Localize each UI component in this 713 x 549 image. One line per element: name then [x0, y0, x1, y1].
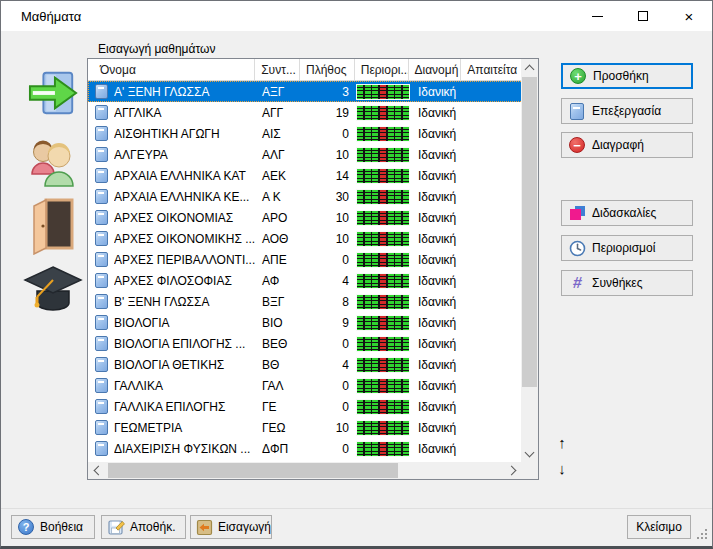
- course-distribution: Ιδανική: [410, 358, 463, 372]
- table-row[interactable]: ΑΛΓΕΥΡΑ ΑΛΓ 10 Ιδανική: [88, 144, 523, 165]
- course-restrictions-cell: [356, 399, 410, 415]
- table-row[interactable]: Α' ΞΕΝΗ ΓΛΩΣΣΑ ΑΞΓ 3 Ιδανική: [88, 81, 523, 102]
- scroll-right-button[interactable]: [504, 462, 521, 479]
- course-abbr: ΑΛΓ: [256, 148, 301, 162]
- table-row[interactable]: ΓΑΛΛΙΚΑ ΓΑΛ 0 Ιδανική: [88, 375, 523, 396]
- table-row[interactable]: ΑΡΧΕΣ ΟΙΚΟΝΟΜΙΑΣ ΑΡΟ 10 Ιδανική: [88, 207, 523, 228]
- move-down-button[interactable]: ↓: [551, 457, 573, 479]
- course-name: ΔΙΑΧΕΙΡΙΣΗ ΦΥΣΙΚΩΝ ...: [114, 442, 256, 456]
- sidebar-item-classes[interactable]: [23, 265, 83, 315]
- vertical-scrollbar[interactable]: [521, 59, 538, 462]
- course-name: ΒΙΟΛΟΓΙΑ ΕΠΙΛΟΓΗΣ ...: [114, 337, 256, 351]
- restrictions-grid-icon: [356, 336, 410, 352]
- scroll-left-button[interactable]: [88, 462, 105, 479]
- edit-button-label: Επεξεργασία: [592, 104, 661, 118]
- column-header-distribution[interactable]: Διανομή: [409, 59, 462, 80]
- course-restrictions-cell: [356, 441, 410, 457]
- course-count: 0: [301, 127, 356, 141]
- course-count: 0: [301, 253, 356, 267]
- close-dialog-button[interactable]: Κλείσιμο: [627, 515, 691, 539]
- horizontal-scrollbar[interactable]: [88, 462, 521, 479]
- table-row[interactable]: Β' ΞΕΝΗ ΓΛΩΣΣΑ ΒΞΓ 8 Ιδανική: [88, 291, 523, 312]
- course-count: 19: [301, 106, 356, 120]
- save-button-label: Αποθήκ.: [130, 520, 175, 534]
- restrictions-grid-icon: [356, 441, 410, 457]
- sidebar-item-teachers[interactable]: [27, 134, 79, 188]
- scroll-down-button[interactable]: [521, 445, 538, 462]
- course-abbr: ΔΦΠ: [256, 442, 301, 456]
- column-header-abbr[interactable]: Συντ...: [255, 59, 300, 80]
- table-row[interactable]: ΔΙΑΧΕΙΡΙΣΗ ΦΥΣΙΚΩΝ ... ΔΦΠ 0 Ιδανική: [88, 438, 523, 459]
- people-icon: [27, 134, 79, 188]
- sidebar-item-rooms[interactable]: [32, 197, 74, 255]
- help-button[interactable]: ? Βοήθεια: [11, 515, 95, 539]
- course-book-icon: [88, 273, 114, 288]
- course-restrictions-cell: [356, 273, 410, 289]
- table-row[interactable]: ΑΙΣΘΗΤΙΚΗ ΑΓΩΓΗ ΑΙΣ 0 Ιδανική: [88, 123, 523, 144]
- move-up-button[interactable]: ↑: [551, 431, 573, 453]
- course-abbr: Α Κ: [256, 190, 301, 204]
- table-row[interactable]: ΑΓΓΛΙΚΑ ΑΓΓ 19 Ιδανική: [88, 102, 523, 123]
- import-button[interactable]: Εισαγωγή: [190, 515, 272, 539]
- table-row[interactable]: ΒΙΟΛΟΓΙΑ ΘΕΤΙΚΗΣ ΒΘ 4 Ιδανική: [88, 354, 523, 375]
- course-distribution: Ιδανική: [410, 190, 463, 204]
- column-header-count[interactable]: Πλήθος: [300, 59, 355, 80]
- close-icon: ×: [685, 9, 694, 24]
- course-distribution: Ιδανική: [410, 253, 463, 267]
- table-row[interactable]: ΑΡΧΑΙΑ ΕΛΛΗΝΙΚΑ ΚΕ... Α Κ 30 Ιδανική: [88, 186, 523, 207]
- conditions-button[interactable]: # Συνθήκες: [561, 270, 693, 296]
- restrictions-grid-icon: [356, 147, 410, 163]
- course-name: ΑΡΧΑΙΑ ΕΛΛΗΝΙΚΑ ΚΑΤ: [114, 169, 256, 183]
- edit-book-icon: [570, 103, 584, 120]
- table-row[interactable]: ΑΡΧΑΙΑ ΕΛΛΗΝΙΚΑ ΚΑΤ ΑΕΚ 14 Ιδανική: [88, 165, 523, 186]
- delete-button[interactable]: − Διαγραφή: [561, 132, 693, 158]
- course-distribution: Ιδανική: [410, 421, 463, 435]
- save-button[interactable]: Αποθήκ.: [101, 515, 186, 539]
- course-restrictions-cell: [356, 147, 410, 163]
- course-book-icon: [88, 210, 114, 225]
- conditions-button-label: Συνθήκες: [592, 276, 642, 290]
- teachings-button[interactable]: Διδασκαλίες: [561, 200, 693, 226]
- horizontal-scroll-thumb[interactable]: [108, 463, 398, 478]
- sidebar-item-courses[interactable]: [28, 69, 78, 117]
- maximize-button[interactable]: [620, 1, 666, 31]
- edit-button[interactable]: Επεξεργασία: [561, 98, 693, 124]
- course-book-icon: [88, 231, 114, 246]
- course-count: 8: [301, 295, 356, 309]
- restrictions-grid-icon: [356, 126, 410, 142]
- restrictions-button[interactable]: Περιορισμοί: [561, 235, 693, 261]
- course-name: ΑΡΧΕΣ ΦΙΛΟΣΟΦΙΑΣ: [114, 274, 256, 288]
- table-row[interactable]: ΒΙΟΛΟΓΙΑ ΕΠΙΛΟΓΗΣ ... ΒΕΘ 0 Ιδανική: [88, 333, 523, 354]
- scroll-up-button[interactable]: [521, 59, 538, 76]
- course-abbr: ΓΑΛ: [256, 379, 301, 393]
- add-button[interactable]: + Προσθήκη: [561, 63, 693, 89]
- minimize-button[interactable]: [574, 1, 620, 31]
- restrictions-grid-icon: [356, 231, 410, 247]
- group-label: Εισαγωγή μαθημάτων: [98, 42, 215, 56]
- door-icon: [32, 197, 74, 255]
- course-distribution: Ιδανική: [410, 211, 463, 225]
- table-row[interactable]: ΑΡΧΕΣ ΟΙΚΟΝΟΜΙΚΗΣ ... ΑΟΘ 10 Ιδανική: [88, 228, 523, 249]
- table-row[interactable]: ΓΑΛΛΙΚΑ ΕΠΙΛΟΓΗΣ ΓΕ 0 Ιδανική: [88, 396, 523, 417]
- course-table: Όνομα Συντ... Πλήθος Περιορι... Διανομή …: [87, 58, 539, 480]
- maximize-icon: [638, 11, 648, 21]
- column-header-required[interactable]: Απαιτείτα: [461, 59, 521, 80]
- window-title: Μαθήματα: [1, 9, 574, 24]
- delete-button-label: Διαγραφή: [592, 138, 644, 152]
- resize-grip[interactable]: [697, 529, 707, 539]
- column-header-restrictions[interactable]: Περιορι...: [355, 59, 409, 80]
- course-distribution: Ιδανική: [410, 442, 463, 456]
- table-row[interactable]: ΒΙΟΛΟΓΙΑ ΒΙΟ 9 Ιδανική: [88, 312, 523, 333]
- course-count: 10: [301, 148, 356, 162]
- course-restrictions-cell: [356, 336, 410, 352]
- course-book-icon: [88, 378, 114, 393]
- close-button[interactable]: ×: [666, 1, 712, 31]
- course-name: ΑΛΓΕΥΡΑ: [114, 148, 256, 162]
- table-row[interactable]: ΑΡΧΕΣ ΠΕΡΙΒΑΛΛΟΝΤΙ... ΑΠΕ 0 Ιδανική: [88, 249, 523, 270]
- table-row[interactable]: ΑΡΧΕΣ ΦΙΛΟΣΟΦΙΑΣ ΑΦ 4 Ιδανική: [88, 270, 523, 291]
- restrictions-grid-icon: [356, 357, 410, 373]
- table-row[interactable]: ΓΕΩΜΕΤΡΙΑ ΓΕΩ 10 Ιδανική: [88, 417, 523, 438]
- column-header-name[interactable]: Όνομα: [88, 59, 255, 80]
- course-distribution: Ιδανική: [410, 127, 463, 141]
- vertical-scroll-thumb[interactable]: [522, 77, 537, 387]
